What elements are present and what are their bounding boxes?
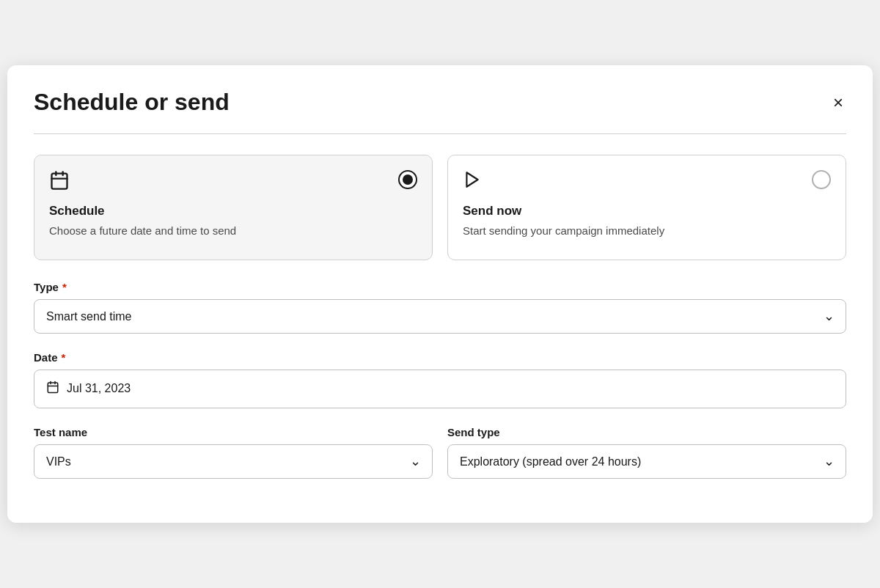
type-select[interactable]: Smart send time Specific time Optimized xyxy=(34,299,846,334)
modal-body: Schedule Choose a future date and time t… xyxy=(7,134,873,523)
date-input[interactable]: Jul 31, 2023 xyxy=(34,370,846,408)
test-name-label: Test name xyxy=(34,426,433,438)
send-now-description: Start sending your campaign immediately xyxy=(463,223,831,239)
send-now-icon xyxy=(463,170,482,194)
date-value: Jul 31, 2023 xyxy=(67,382,131,395)
type-select-wrapper: Smart send time Specific time Optimized … xyxy=(34,299,846,334)
schedule-label: Schedule xyxy=(49,204,417,218)
send-type-field-group: Send type Exploratory (spread over 24 ho… xyxy=(447,426,846,479)
calendar-icon xyxy=(49,170,70,194)
option-cards: Schedule Choose a future date and time t… xyxy=(34,155,846,260)
type-label: Type * xyxy=(34,281,846,293)
type-required-star: * xyxy=(62,281,67,293)
schedule-or-send-modal: Schedule or send × xyxy=(7,65,873,523)
svg-rect-0 xyxy=(52,174,67,189)
test-name-field-group: Test name VIPs All subscribers New subsc… xyxy=(34,426,433,479)
send-now-radio[interactable] xyxy=(812,170,831,189)
date-label: Date * xyxy=(34,351,846,364)
svg-rect-5 xyxy=(48,383,58,393)
send-type-select-wrapper: Exploratory (spread over 24 hours) Conce… xyxy=(447,444,846,479)
type-field-group: Type * Smart send time Specific time Opt… xyxy=(34,281,846,334)
send-now-card[interactable]: Send now Start sending your campaign imm… xyxy=(447,155,846,260)
schedule-card[interactable]: Schedule Choose a future date and time t… xyxy=(34,155,433,260)
date-field-group: Date * Jul 31, 2023 xyxy=(34,351,846,408)
schedule-card-top xyxy=(49,170,417,194)
svg-marker-4 xyxy=(466,172,477,187)
date-calendar-icon xyxy=(46,381,59,397)
send-type-label: Send type xyxy=(447,426,846,438)
modal-header: Schedule or send × xyxy=(7,65,873,133)
date-required-star: * xyxy=(62,351,66,364)
modal-title: Schedule or send xyxy=(34,89,230,116)
send-type-select[interactable]: Exploratory (spread over 24 hours) Conce… xyxy=(447,444,846,479)
schedule-description: Choose a future date and time to send xyxy=(49,223,417,239)
send-now-card-top xyxy=(463,170,831,194)
test-name-select[interactable]: VIPs All subscribers New subscribers xyxy=(34,444,433,479)
two-column-section: Test name VIPs All subscribers New subsc… xyxy=(34,426,846,496)
close-button[interactable]: × xyxy=(830,89,846,116)
test-name-select-wrapper: VIPs All subscribers New subscribers ⌄ xyxy=(34,444,433,479)
schedule-radio[interactable] xyxy=(398,170,417,189)
send-now-label: Send now xyxy=(463,204,831,218)
